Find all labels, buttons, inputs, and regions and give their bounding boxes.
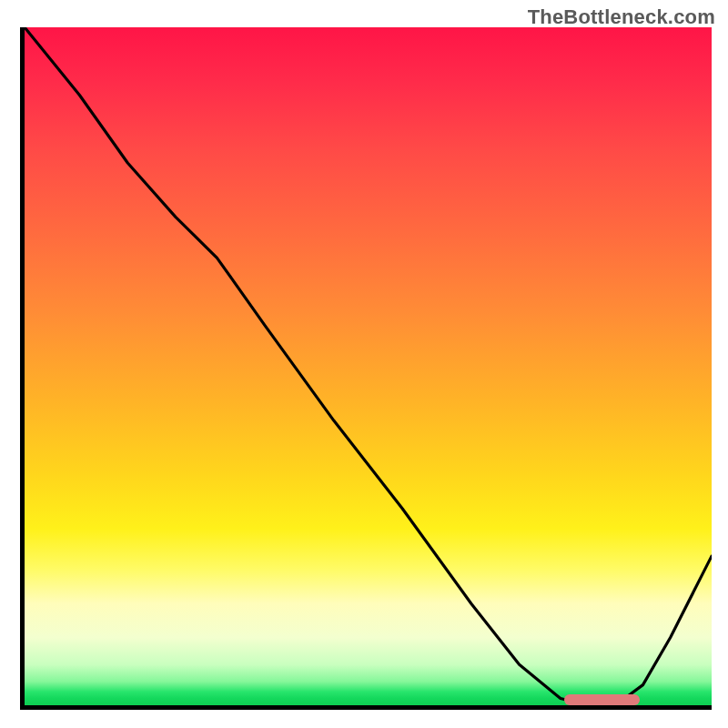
plot-area bbox=[20, 27, 712, 710]
watermark-text: TheBottleneck.com bbox=[528, 5, 715, 29]
optimum-range-marker bbox=[564, 694, 641, 705]
bottleneck-curve bbox=[25, 27, 712, 705]
curve-path bbox=[25, 27, 712, 705]
chart-frame: TheBottleneck.com bbox=[0, 0, 728, 728]
